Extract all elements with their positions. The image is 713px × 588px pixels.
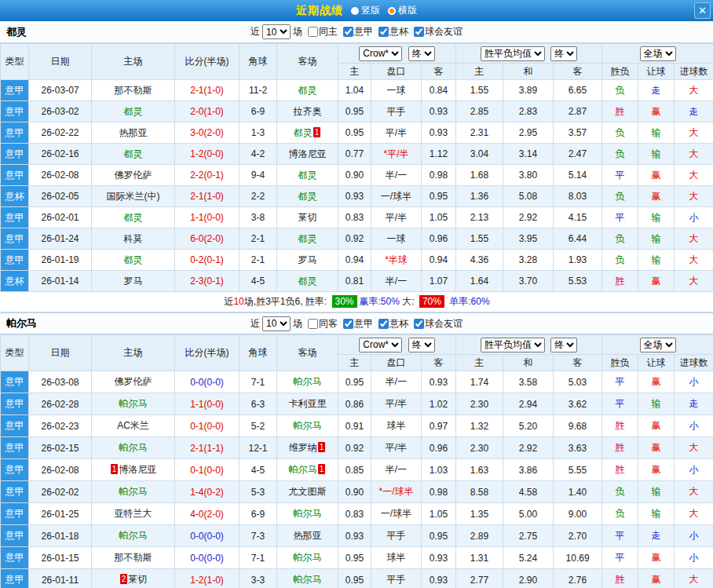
match-result: 胜 [602,415,638,437]
match-count-select[interactable]: 10 [262,316,291,331]
red-card-badge: 1 [313,127,321,137]
odds-away: 0.95 [422,525,456,547]
odds-home: 0.91 [338,415,371,437]
away-team: 卡利亚里 [277,393,338,415]
col-header-handicap: 盘口 [371,64,422,80]
torino-matches-body: 意甲 26-03-07 那不勒斯 2-1(1-0) 11-2 都灵 1.04 一… [1,80,713,292]
avg-stage-select[interactable]: 终 [550,46,577,61]
away-team-name: 博洛尼亚 [289,148,327,159]
match-result: 负 [602,186,638,207]
match-count-select[interactable]: 10 [262,24,291,39]
home-team-name: 帕尔马 [119,442,148,453]
handicap-line: 平手 [371,101,422,122]
coppa-italia-checkbox[interactable]: 意杯 [373,25,408,38]
avg-stage-select[interactable]: 终 [550,338,577,352]
score: 2-1(1-0) [175,186,239,207]
away-team-name: 帕尔马 [289,464,317,475]
away-team-name: 帕尔马 [294,508,322,519]
handicap-result: 输 [638,481,675,503]
handicap-odds-group: Crow* 终 [338,335,456,355]
avg-away: 5.03 [554,371,602,393]
match-row: 意甲 26-02-22 热那亚 3-0(2-0) 1-3 都灵1 0.95 平/… [1,122,713,144]
scope-select[interactable]: 全场 [640,46,676,61]
same-venue-checkbox[interactable]: 同客 [302,317,338,331]
away-team: 都灵 [277,228,338,250]
odds-away: 0.84 [422,80,456,101]
avg-draw: 3.86 [503,459,554,481]
home-team: 帕尔马 [92,393,175,415]
match-date: 26-01-19 [29,250,92,271]
layout-vertical-label: 竖版 [361,4,380,17]
club-friendly-checkbox[interactable]: 球会友谊 [408,317,463,331]
col-header-score: 比分(半场) [175,44,239,80]
match-date: 26-02-02 [29,481,92,503]
match-date: 26-01-25 [29,503,92,525]
odds-home: 0.92 [338,228,371,250]
handicap-line: 半/一 [371,165,422,186]
win-rate-badge: 30% [332,295,357,308]
odds-source-select[interactable]: Crow* [359,338,402,352]
layout-vertical-radio[interactable]: 竖版 [351,4,380,17]
score: 6-0(2-0) [175,228,239,250]
score: 1-4(0-2) [175,481,239,503]
col-header-let-goal: 让球 [638,64,675,80]
away-team: 维罗纳1 [277,437,338,459]
score: 3-0(2-0) [175,122,239,144]
league-type: 意甲 [1,503,29,525]
near-label: 近 [250,25,260,38]
match-date: 26-02-01 [29,207,92,228]
league-type: 意甲 [1,459,29,481]
odds-stage-select[interactable]: 终 [408,46,435,61]
away-team-name: 都灵 [294,127,313,138]
handicap-result: 输 [638,228,675,250]
handicap-result: 赢 [638,165,675,186]
away-team: 帕尔马 [277,503,338,525]
avg-away: 10.69 [554,547,602,569]
league-type: 意甲 [1,437,29,459]
match-row: 意甲 26-02-15 帕尔马 2-1(1-1) 12-1 维罗纳1 0.92 … [1,437,713,459]
odds-home: 0.95 [338,569,371,588]
avg-draw: 3.28 [503,250,554,271]
avg-draw: 3.89 [503,80,554,101]
handicap-result: 输 [638,250,675,271]
layout-horizontal-radio[interactable]: 横版 [388,4,417,17]
match-result: 胜 [602,271,638,292]
away-team-name: 拉齐奥 [294,106,322,117]
match-row: 意甲 26-02-16 都灵 1-2(0-0) 4-2 博洛尼亚 0.77 *平… [1,144,713,165]
home-team: 都灵 [92,144,175,165]
away-team: 帕尔马 [277,415,338,437]
scope-select[interactable]: 全场 [640,338,676,352]
avg-draw: 5.08 [503,186,554,207]
same-venue-checkbox[interactable]: 同主 [302,25,338,38]
avg-draw: 3.58 [503,371,554,393]
avg-type-select[interactable]: 胜平负均值 [481,338,545,352]
goals-result: 大 [675,271,713,292]
handicap-result: 输 [638,393,675,415]
serie-a-checkbox[interactable]: 意甲 [338,25,373,38]
odds-stage-select[interactable]: 终 [408,338,435,352]
popup-title: 近期战绩 [296,4,343,18]
avg-type-select[interactable]: 胜平负均值 [481,46,545,61]
home-team: 2莱切 [92,569,175,588]
goals-result: 小 [675,371,713,393]
close-button[interactable]: ✕ [694,2,711,19]
match-result: 胜 [602,459,638,481]
home-team-name: 热那亚 [119,127,148,138]
club-friendly-checkbox[interactable]: 球会友谊 [408,25,463,38]
serie-a-checkbox[interactable]: 意甲 [338,317,373,331]
odds-away: 0.96 [422,437,456,459]
corners: 1-3 [239,122,277,144]
odds-source-select[interactable]: Crow* [359,46,402,61]
score: 4-0(2-0) [175,503,239,525]
odds-home: 0.92 [338,437,371,459]
away-team-name: 都灵 [298,191,317,202]
score: 0-1(0-0) [175,459,239,481]
odds-home: 0.94 [338,250,371,271]
away-team: 罗马 [277,250,338,271]
avg-draw: 2.75 [503,525,554,547]
avg-home: 3.04 [456,144,503,165]
coppa-italia-checkbox[interactable]: 意杯 [373,317,408,331]
odds-away: 1.07 [422,271,456,292]
home-team-name: 那不勒斯 [115,85,152,96]
summary-row: 近10场,胜3平1负6, 胜率: 30%赢率:50% 大: 70% 单率:60% [1,292,713,312]
